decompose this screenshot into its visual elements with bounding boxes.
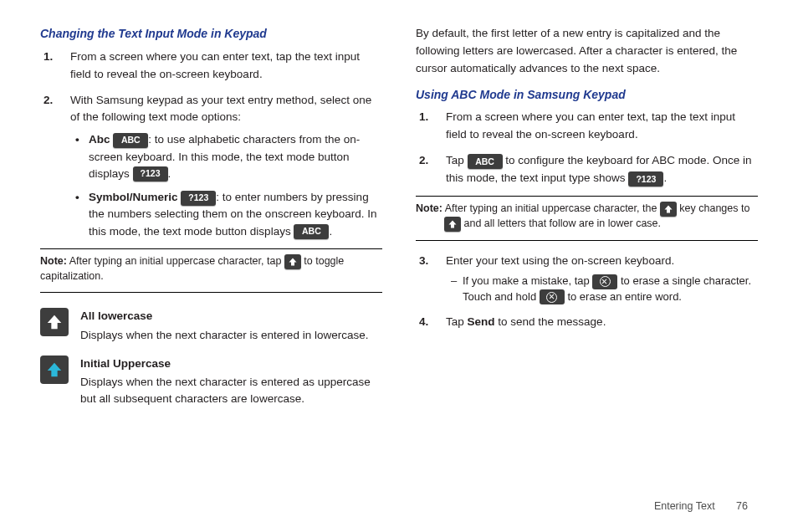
left-step-1: 1. From a screen where you can enter tex… [64, 49, 382, 84]
right-step-1-text: From a screen where you can enter text, … [446, 110, 735, 141]
abc-desc-2: . [168, 167, 171, 180]
rule-2 [40, 292, 382, 293]
step4a: Tap [446, 315, 468, 328]
init-upper-label: Initial Uppercase [80, 356, 382, 372]
all-lower-label: All lowercase [80, 308, 368, 325]
sub-a: If you make a mistake, tap [463, 274, 592, 287]
note-label-r: Note: [416, 202, 442, 214]
note-right: Note: After typing an initial uppercase … [416, 200, 758, 233]
footer-section: Entering Text [654, 500, 715, 512]
entry-initial-uppercase: Initial Uppercase Displays when the next… [40, 356, 382, 407]
bullet-symbol: Symbol/Numeric ?123: to enter numbers by… [85, 189, 382, 240]
note-right-d: and all letters that follow are in lower… [461, 217, 661, 229]
step4b: to send the message. [495, 315, 606, 328]
sub-c: to erase an entire word. [565, 290, 682, 303]
right-step-1: 1. From a screen where you can enter tex… [439, 109, 758, 144]
left-column: Changing the Text Input Mode in Keypad 1… [40, 25, 382, 418]
shift-icon-small-3 [444, 217, 461, 232]
left-steps: 1. From a screen where you can enter tex… [40, 49, 382, 240]
heading-abc-mode: Using ABC Mode in Samsung Keypad [416, 86, 758, 105]
entry-all-lowercase: All lowercase Displays when the next cha… [40, 308, 382, 343]
shift-white-icon [40, 308, 69, 336]
right-step-2: 2. Tap ABC to configure the keyboard for… [439, 152, 758, 187]
right-steps-b: 3. Enter your text using the on-screen k… [416, 253, 758, 331]
left-step-2-text: With Samsung keypad as your text entry m… [70, 94, 371, 124]
right-step-2c: . [663, 171, 667, 184]
backspace-icon [592, 274, 617, 289]
shift-blue-icon [40, 356, 69, 384]
rule-4 [416, 240, 758, 241]
rule-3 [416, 196, 758, 197]
note-label: Note: [40, 255, 67, 267]
right-step-3: 3. Enter your text using the on-screen k… [439, 253, 758, 305]
backspace-icon-2 [540, 289, 565, 304]
shift-icon-small [284, 254, 301, 269]
q123-key-icon: ?123 [133, 166, 168, 182]
init-upper-text: Displays when the next character is ente… [80, 376, 371, 405]
footer: Entering Text 76 [654, 500, 748, 512]
right-step-2a: Tap [446, 154, 468, 166]
note-left: Note: After typing an initial uppercase … [40, 253, 382, 286]
left-step-2: 2. With Samsung keypad as your text entr… [64, 92, 382, 240]
send-label: Send [468, 315, 495, 328]
q123-key-icon-r: ?123 [628, 171, 663, 187]
abc-key-icon-2: ABC [294, 224, 329, 239]
heading-change-mode: Changing the Text Input Mode in Keypad [40, 25, 382, 43]
all-lower-text: Displays when the next character is ente… [80, 329, 368, 341]
bullet-abc: Abc ABC: to use alphabetic characters fr… [85, 131, 382, 182]
q123-key-icon-2: ?123 [181, 191, 216, 206]
note-right-c: key changes to [677, 202, 750, 214]
right-substep: If you make a mistake, tap to erase a si… [446, 274, 758, 305]
footer-page-number: 76 [736, 500, 748, 512]
right-step-4: 4. Tap Send to send the message. [439, 314, 758, 331]
abc-key-icon: ABC [113, 133, 148, 148]
note-left-b: After typing an initial uppercase charac… [67, 255, 284, 267]
rule [40, 248, 382, 249]
right-column: By default, the first letter of a new en… [416, 25, 758, 418]
abc-key-icon-r: ABC [468, 154, 503, 169]
sym-desc-2: . [329, 225, 332, 238]
right-steps-a: 1. From a screen where you can enter tex… [416, 109, 758, 187]
right-step-3-text: Enter your text using the on-screen keyb… [446, 254, 674, 267]
abc-label: Abc [89, 133, 110, 146]
sym-label: Symbol/Numeric [89, 191, 178, 203]
right-intro: By default, the first letter of a new en… [416, 25, 758, 78]
left-step-1-text: From a screen where you can enter text, … [70, 50, 360, 80]
note-right-b: After typing an initial uppercase charac… [442, 202, 660, 214]
shift-icon-small-2 [660, 202, 677, 217]
